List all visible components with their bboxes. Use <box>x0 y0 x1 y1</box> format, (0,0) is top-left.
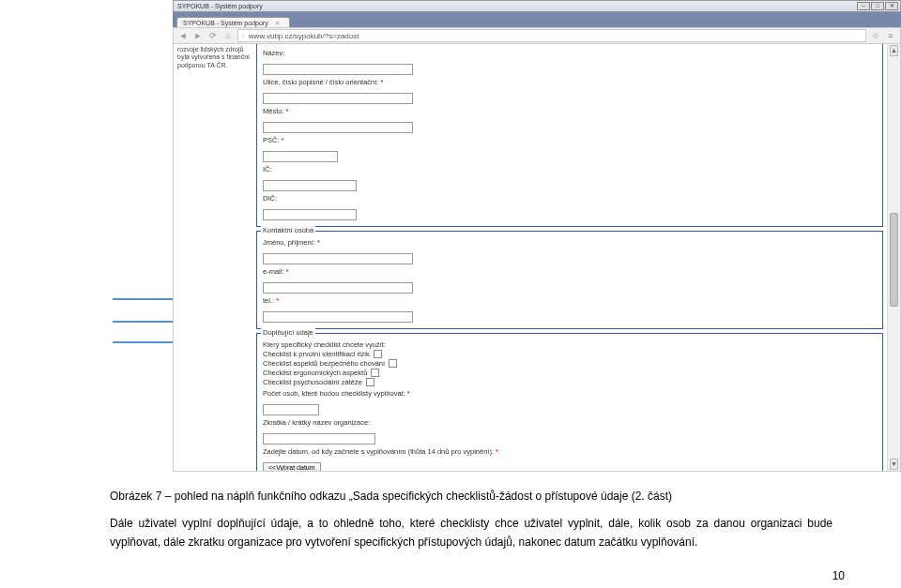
input-mesto[interactable] <box>263 122 413 133</box>
tab-bar: SYPOKUB - Systém podpory × <box>173 12 901 27</box>
input-jmeno[interactable] <box>263 253 413 264</box>
address-bar: ◄ ► ⟳ ⌂ ▫ www.vubp.cz/sypokub/?s=zadost … <box>173 27 901 44</box>
input-zkratka[interactable] <box>263 433 375 445</box>
url-input[interactable]: ▫ www.vubp.cz/sypokub/?s=zadost <box>237 29 866 42</box>
reload-icon[interactable]: ⟳ <box>207 30 219 41</box>
label-date: Zadejte datum, od kdy začnete s vyplňová… <box>263 447 877 456</box>
input-nazev[interactable] <box>263 64 413 75</box>
check-row-2: Checklist aspektů bezpečného chování <box>263 359 877 368</box>
menu-icon[interactable]: ≡ <box>885 30 896 41</box>
back-icon[interactable]: ◄ <box>177 30 189 41</box>
label-ic: IČ: <box>263 165 877 173</box>
close-tab-icon[interactable]: × <box>276 20 280 26</box>
window-title-bar: SYPOKUB - Systém podpory – □ ✕ <box>173 0 901 12</box>
input-num-people[interactable] <box>263 404 319 415</box>
label-email: e-mail: * <box>263 267 877 276</box>
page-viewport: rozvoje lidských zdrojů byla vytvořena s… <box>173 44 901 472</box>
minimize-button[interactable]: – <box>857 2 870 10</box>
check3-label: Checklist ergonomických aspektů <box>263 369 367 377</box>
checkbox-4[interactable] <box>366 378 374 386</box>
close-button[interactable]: ✕ <box>885 2 898 10</box>
label-ulice: Ulice, číslo popisné / číslo orientační:… <box>263 78 877 86</box>
bookmark-icon[interactable]: ☆ <box>870 30 881 41</box>
date-picker-button[interactable]: <<Vybrat datum <box>263 462 321 472</box>
extra-fieldset: Doplňující údaje Který specifický checkl… <box>256 333 883 472</box>
figure-caption: Obrázek 7 – pohled na náplň funkčního od… <box>110 490 672 503</box>
maximize-button[interactable]: □ <box>871 2 884 10</box>
label-which-checklist: Který specifický checklist chcete využít… <box>263 340 877 349</box>
checkbox-3[interactable] <box>371 369 379 377</box>
label-tel: tel.: * <box>263 296 877 305</box>
check-row-4: Checklist psychosociální zátěže <box>263 378 877 386</box>
form-area: Název: Ulice, číslo popisné / číslo orie… <box>256 44 900 471</box>
input-psc[interactable] <box>263 151 338 162</box>
page-icon: ▫ <box>242 32 245 40</box>
label-nazev: Název: <box>263 49 877 57</box>
check2-label: Checklist aspektů bezpečného chování <box>263 359 385 368</box>
label-dic: DIČ: <box>263 194 877 203</box>
tab-label: SYPOKUB - Systém podpory <box>183 20 268 26</box>
check4-label: Checklist psychosociální zátěže <box>263 378 362 386</box>
label-psc: PSČ: * <box>263 136 877 144</box>
check-row-1: Checklist k prvotní identifikaci rizik <box>263 350 877 358</box>
label-zkratka: Zkratka / krátký název organizace: <box>263 418 877 427</box>
input-email[interactable] <box>263 282 413 294</box>
page-content: rozvoje lidských zdrojů byla vytvořena s… <box>174 44 900 471</box>
check1-label: Checklist k prvotní identifikaci rizik <box>263 350 370 358</box>
input-tel[interactable] <box>263 311 413 323</box>
url-text: www.vubp.cz/sypokub/?s=zadost <box>249 32 359 40</box>
contact-fieldset: Kontaktní osoba Jméno, příjmení: * e-mai… <box>256 231 883 329</box>
label-mesto: Město: * <box>263 107 877 115</box>
browser-window: SYPOKUB - Systém podpory – □ ✕ SYPOKUB -… <box>173 0 901 44</box>
checkbox-2[interactable] <box>389 359 397 368</box>
checkbox-1[interactable] <box>374 350 382 358</box>
vertical-scrollbar[interactable]: ▲ ▼ <box>887 44 900 471</box>
window-title: SYPOKUB - Systém podpory <box>177 3 263 9</box>
label-num-people: Počet osob, které budou checklisty vyplň… <box>263 389 877 398</box>
browser-tab[interactable]: SYPOKUB - Systém podpory × <box>176 17 290 27</box>
scroll-up-icon[interactable]: ▲ <box>890 45 898 56</box>
description-paragraph: Dále uživatel vyplní doplňující údaje, a… <box>110 514 832 552</box>
input-ulice[interactable] <box>263 93 413 104</box>
extra-legend: Doplňující údaje <box>261 328 315 337</box>
address-fieldset: Název: Ulice, číslo popisné / číslo orie… <box>256 44 883 227</box>
home-icon[interactable]: ⌂ <box>222 30 234 41</box>
contact-legend: Kontaktní osoba <box>261 226 315 234</box>
left-sidebar: rozvoje lidských zdrojů byla vytvořena s… <box>174 44 256 471</box>
funding-note: rozvoje lidských zdrojů byla vytvořena s… <box>177 46 252 69</box>
input-ic[interactable] <box>263 180 357 191</box>
forward-icon[interactable]: ► <box>192 30 204 41</box>
input-dic[interactable] <box>263 209 357 220</box>
scroll-thumb[interactable] <box>890 213 898 307</box>
window-controls: – □ ✕ <box>857 2 898 10</box>
label-jmeno: Jméno, příjmení: * <box>263 238 877 247</box>
scroll-down-icon[interactable]: ▼ <box>890 459 898 470</box>
check-row-3: Checklist ergonomických aspektů <box>263 369 877 377</box>
page-number: 10 <box>832 569 845 582</box>
